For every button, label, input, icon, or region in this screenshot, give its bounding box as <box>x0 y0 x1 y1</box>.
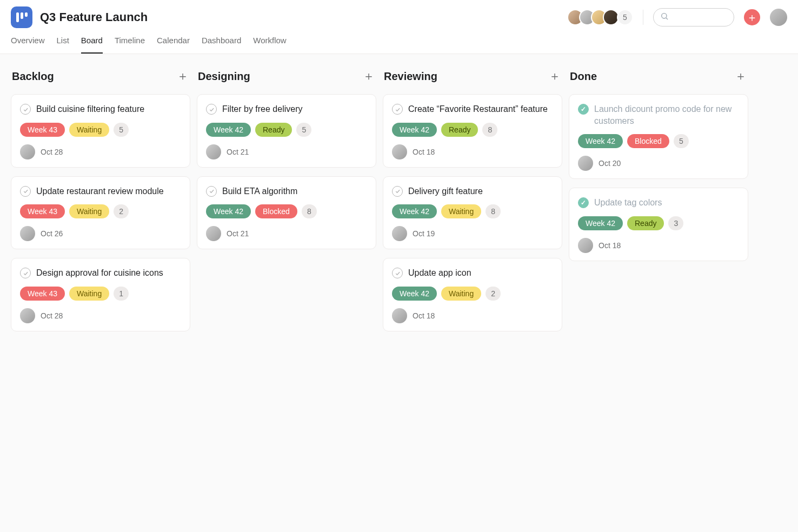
assignee-avatar[interactable] <box>578 238 593 253</box>
card[interactable]: Create “Favorite Restaurant” featureWeek… <box>383 94 562 168</box>
assignee-avatar[interactable] <box>392 144 407 159</box>
complete-toggle[interactable] <box>392 104 403 115</box>
card-title: Build cuisine filtering feature <box>36 103 144 115</box>
card[interactable]: Update app iconWeek 42Waiting2Oct 18 <box>383 258 562 331</box>
tab-calendar[interactable]: Calendar <box>157 36 190 54</box>
member-avatars[interactable]: 5 <box>571 9 633 25</box>
card-title: Update tag colors <box>594 197 662 209</box>
card-tags: Week 42Waiting2 <box>392 287 553 301</box>
column-backlog: Backlog＋Build cuisine filtering featureW… <box>11 65 190 340</box>
status-tag[interactable]: Ready <box>627 216 664 230</box>
complete-toggle[interactable] <box>20 186 31 197</box>
column-reviewing: Reviewing＋Create “Favorite Restaurant” f… <box>383 65 562 340</box>
card-title: Update app icon <box>408 267 471 279</box>
column-title[interactable]: Reviewing <box>384 70 437 83</box>
week-tag[interactable]: Week 42 <box>578 134 623 148</box>
column-title[interactable]: Designing <box>198 70 250 83</box>
due-date: Oct 21 <box>227 148 249 156</box>
add-card-button[interactable]: ＋ <box>734 68 747 84</box>
status-tag[interactable]: Ready <box>255 123 292 137</box>
complete-toggle[interactable] <box>578 197 589 208</box>
week-tag[interactable]: Week 42 <box>578 216 623 230</box>
check-icon <box>209 188 215 194</box>
add-card-button[interactable]: ＋ <box>548 68 561 84</box>
status-tag[interactable]: Ready <box>441 123 478 137</box>
status-tag[interactable]: Waiting <box>69 287 109 301</box>
week-tag[interactable]: Week 42 <box>392 287 437 301</box>
complete-toggle[interactable] <box>578 104 589 115</box>
card[interactable]: Delivery gift featureWeek 42Waiting8Oct … <box>383 176 562 250</box>
count-badge: 8 <box>302 204 317 218</box>
check-icon <box>23 270 29 276</box>
tab-dashboard[interactable]: Dashboard <box>202 36 241 54</box>
profile-avatar[interactable] <box>770 9 787 26</box>
search-box[interactable] <box>653 8 734 26</box>
assignee-avatar[interactable] <box>20 226 35 241</box>
assignee-avatar[interactable] <box>578 156 593 171</box>
card-footer: Oct 18 <box>578 238 739 253</box>
week-tag[interactable]: Week 43 <box>20 287 65 301</box>
card[interactable]: Update restaurant review moduleWeek 43Wa… <box>11 176 190 250</box>
due-date: Oct 28 <box>41 311 63 320</box>
complete-toggle[interactable] <box>392 186 403 197</box>
project-title[interactable]: Q3 Feature Launch <box>40 10 148 24</box>
card[interactable]: Update tag colorsWeek 42Ready3Oct 18 <box>569 188 748 261</box>
column-designing: Designing＋Filter by free deliveryWeek 42… <box>197 65 376 340</box>
status-tag[interactable]: Waiting <box>69 204 109 218</box>
card[interactable]: Filter by free deliveryWeek 42Ready5Oct … <box>197 94 376 168</box>
search-input[interactable] <box>673 13 727 22</box>
add-card-button[interactable]: ＋ <box>362 68 375 84</box>
count-badge: 5 <box>114 123 129 137</box>
assignee-avatar[interactable] <box>206 144 221 159</box>
add-card-button[interactable]: ＋ <box>176 68 189 84</box>
column-title[interactable]: Done <box>570 70 597 83</box>
due-date: Oct 18 <box>413 148 435 156</box>
check-icon <box>395 188 401 194</box>
complete-toggle[interactable] <box>206 104 217 115</box>
card[interactable]: Build cuisine filtering featureWeek 43Wa… <box>11 94 190 168</box>
card[interactable]: Launch dicount promo code for new custom… <box>569 94 748 179</box>
count-badge: 2 <box>486 287 501 301</box>
project-logo[interactable] <box>11 6 32 28</box>
card-title-row: Update app icon <box>392 267 553 279</box>
assignee-avatar[interactable] <box>392 308 407 323</box>
status-tag[interactable]: Waiting <box>441 287 481 301</box>
header-left: Q3 Feature Launch <box>11 6 148 28</box>
card-tags: Week 42Ready3 <box>578 216 739 230</box>
check-icon <box>23 188 29 194</box>
column-title[interactable]: Backlog <box>12 70 54 83</box>
week-tag[interactable]: Week 43 <box>20 123 65 137</box>
plus-icon: ＋ <box>735 69 747 83</box>
card-footer: Oct 21 <box>206 144 367 159</box>
avatar-overflow-count[interactable]: 5 <box>617 9 633 25</box>
complete-toggle[interactable] <box>20 104 31 115</box>
card-title-row: Delivery gift feature <box>392 185 553 197</box>
status-tag[interactable]: Waiting <box>69 123 109 137</box>
assignee-avatar[interactable] <box>206 226 221 241</box>
tab-timeline[interactable]: Timeline <box>115 36 145 54</box>
week-tag[interactable]: Week 42 <box>392 123 437 137</box>
assignee-avatar[interactable] <box>20 144 35 159</box>
assignee-avatar[interactable] <box>392 226 407 241</box>
week-tag[interactable]: Week 42 <box>206 123 251 137</box>
add-button[interactable]: ＋ <box>744 9 760 25</box>
due-date: Oct 28 <box>41 148 63 156</box>
week-tag[interactable]: Week 42 <box>392 204 437 218</box>
tab-workflow[interactable]: Workflow <box>253 36 286 54</box>
status-tag[interactable]: Blocked <box>255 204 297 218</box>
assignee-avatar[interactable] <box>20 308 35 323</box>
week-tag[interactable]: Week 42 <box>206 204 251 218</box>
plus-icon: ＋ <box>177 69 189 83</box>
week-tag[interactable]: Week 43 <box>20 204 65 218</box>
tab-board[interactable]: Board <box>81 36 103 54</box>
tab-overview[interactable]: Overview <box>11 36 45 54</box>
complete-toggle[interactable] <box>392 268 403 278</box>
card[interactable]: Design approval for cuisine iconsWeek 43… <box>11 258 190 331</box>
complete-toggle[interactable] <box>206 186 217 197</box>
status-tag[interactable]: Waiting <box>441 204 481 218</box>
tab-list[interactable]: List <box>57 36 69 54</box>
card-title-row: Design approval for cuisine icons <box>20 267 181 279</box>
status-tag[interactable]: Blocked <box>627 134 669 148</box>
complete-toggle[interactable] <box>20 268 31 278</box>
card[interactable]: Build ETA algorithmWeek 42Blocked8Oct 21 <box>197 176 376 250</box>
